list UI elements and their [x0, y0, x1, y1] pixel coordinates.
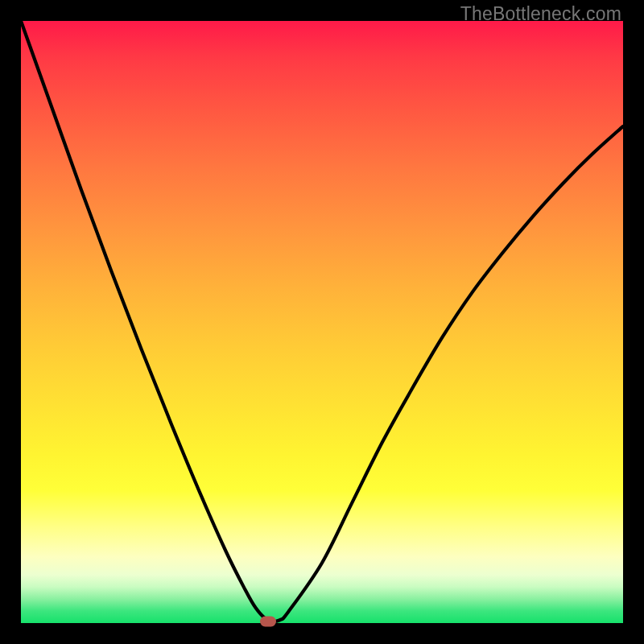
bottleneck-curve	[21, 21, 623, 621]
watermark-text: TheBottleneck.com	[460, 3, 621, 25]
curve-svg	[21, 21, 623, 623]
min-marker	[260, 616, 276, 626]
plot-area	[21, 21, 623, 623]
chart-frame: TheBottleneck.com	[0, 0, 644, 644]
